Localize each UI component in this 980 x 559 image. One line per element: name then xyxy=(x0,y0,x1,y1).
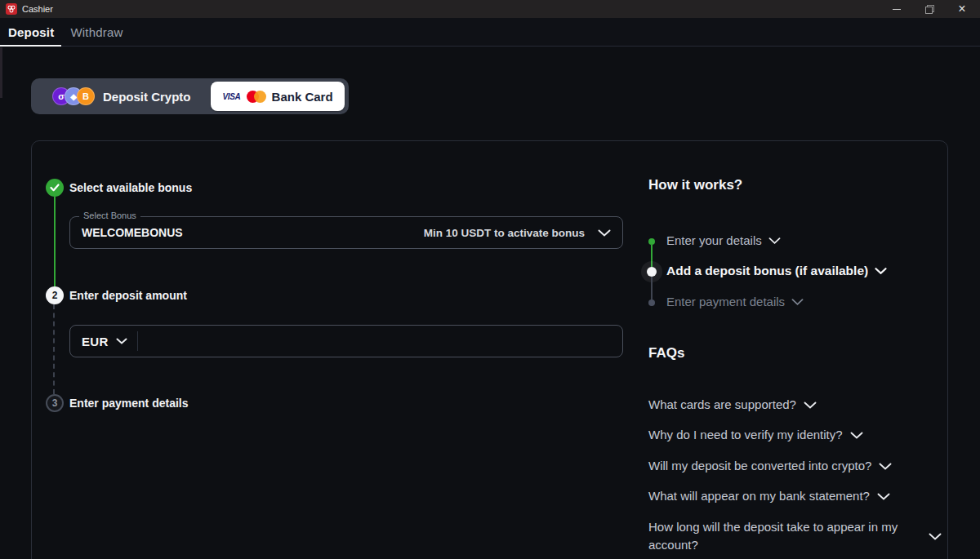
app-logo-icon xyxy=(6,3,17,15)
currency-select[interactable]: EUR xyxy=(82,335,127,348)
app-title: Cashier xyxy=(22,4,53,14)
chevron-down-icon xyxy=(879,463,892,470)
close-icon: × xyxy=(958,2,965,16)
faq-item[interactable]: What cards are supported? xyxy=(648,396,817,414)
bonus-min-hint: Min 10 USDT to activate bonus xyxy=(424,227,585,239)
hiw-item-label: Enter your details xyxy=(666,233,762,247)
left-accent-strip xyxy=(0,47,2,98)
mastercard-logo xyxy=(247,91,266,103)
bonus-select-value: WELCOMEBONUS xyxy=(82,226,424,239)
hiw-step1-dot xyxy=(648,238,655,245)
deposit-amount-input[interactable] xyxy=(138,326,611,357)
chevron-down-icon xyxy=(877,493,890,500)
faq-question: What will appear on my bank statement? xyxy=(648,487,870,505)
faq-item[interactable]: How long will the deposit take to appear… xyxy=(648,518,969,554)
bank-card-option[interactable]: VISA Bank Card xyxy=(211,82,345,111)
titlebar: Cashier × xyxy=(0,0,980,18)
bonus-select[interactable]: WELCOMEBONUS Min 10 USDT to activate bon… xyxy=(69,216,623,249)
minimize-icon xyxy=(893,9,901,10)
step-connector-pending xyxy=(53,304,55,394)
faq-question: What cards are supported? xyxy=(648,396,796,414)
chevron-down-icon xyxy=(116,338,127,344)
tab-withdraw[interactable]: Withdraw xyxy=(70,25,122,39)
hiw-item-label: Add a deposit bonus (if available) xyxy=(666,264,868,278)
tab-deposit[interactable]: Deposit xyxy=(8,25,54,39)
step-connector-complete xyxy=(54,197,56,286)
step2-number: 2 xyxy=(46,286,64,304)
bank-card-label: Bank Card xyxy=(272,90,333,104)
faqs-title: FAQs xyxy=(648,345,684,362)
minimize-button[interactable] xyxy=(880,0,913,18)
faq-question: How long will the deposit take to appear… xyxy=(648,518,921,554)
payment-method-toggle: σ ◆ B Deposit Crypto VISA Bank Card xyxy=(31,78,349,114)
mastercard-orange-circle xyxy=(254,91,266,103)
faq-question: Why do I need to verify my identity? xyxy=(648,426,843,444)
hiw-connector-green xyxy=(651,245,653,267)
currency-code: EUR xyxy=(82,335,109,348)
faq-item[interactable]: What will appear on my bank statement? xyxy=(648,487,890,505)
chevron-down-icon xyxy=(875,268,887,274)
deposit-card: Select available bonus 2 Enter deposit a… xyxy=(31,140,948,559)
cashier-window: Cashier × Deposit Withdraw σ ◆ B Deposit… xyxy=(0,0,980,559)
window-controls: × xyxy=(880,0,978,18)
hiw-item-label: Enter payment details xyxy=(666,295,785,308)
bonus-select-label: Select Bonus xyxy=(79,211,140,220)
chevron-down-icon xyxy=(929,533,942,540)
restore-icon xyxy=(925,5,933,13)
bitcoin-coin-icon: B xyxy=(77,87,95,105)
restore-button[interactable] xyxy=(913,0,946,18)
hiw-item-add-bonus[interactable]: Add a deposit bonus (if available) xyxy=(666,264,887,278)
faq-item[interactable]: Will my deposit be converted into crypto… xyxy=(648,457,892,475)
step2-label: Enter deposit amount xyxy=(69,289,187,302)
faq-item[interactable]: Why do I need to verify my identity? xyxy=(648,426,863,444)
hiw-item-enter-details[interactable]: Enter your details xyxy=(666,233,781,247)
deposit-amount-field: EUR xyxy=(69,325,623,357)
hiw-step3-dot xyxy=(648,299,655,306)
close-button[interactable]: × xyxy=(946,0,978,18)
step3-number: 3 xyxy=(46,394,64,412)
how-it-works-title: How it works? xyxy=(648,177,742,193)
hiw-step2-dot xyxy=(647,267,657,277)
chevron-down-icon xyxy=(598,229,611,237)
chevron-down-icon xyxy=(804,402,817,409)
chevron-down-icon xyxy=(850,432,863,439)
visa-logo: VISA xyxy=(222,92,240,101)
tabbar: Deposit Withdraw xyxy=(0,18,980,47)
chevron-down-icon xyxy=(791,299,804,305)
hiw-item-payment-details[interactable]: Enter payment details xyxy=(666,295,804,308)
step3-label: Enter payment details xyxy=(69,397,189,410)
deposit-crypto-label: Deposit Crypto xyxy=(103,90,191,104)
step1-label: Select available bonus xyxy=(69,181,192,194)
step1-complete-icon xyxy=(46,179,64,197)
chevron-down-icon xyxy=(768,237,781,244)
hiw-connector-gray xyxy=(651,277,653,299)
faq-question: Will my deposit be converted into crypto… xyxy=(648,457,871,475)
active-tab-underline xyxy=(0,45,61,47)
